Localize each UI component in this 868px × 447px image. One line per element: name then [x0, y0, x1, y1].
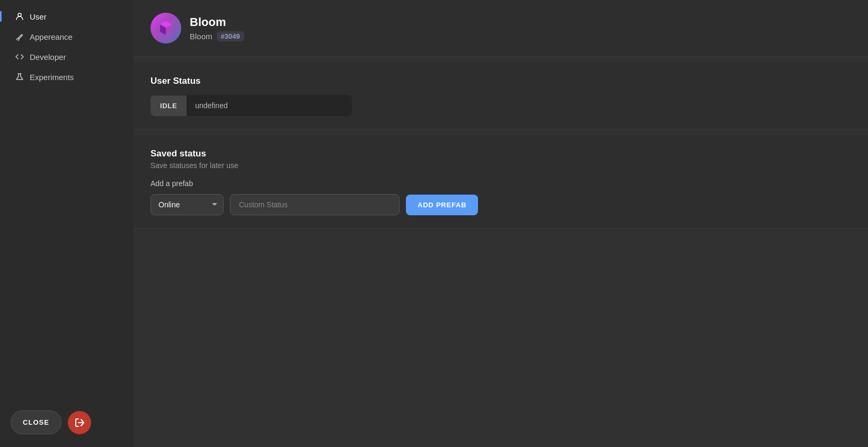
add-prefab-label: Add a prefab	[150, 179, 851, 188]
sidebar: User Appereance Developer Experiments	[0, 0, 134, 447]
close-button[interactable]: CLOSE	[11, 410, 61, 434]
status-value-text: undefined	[187, 95, 352, 116]
sidebar-item-developer[interactable]: Developer	[4, 47, 129, 67]
svg-point-0	[18, 13, 21, 16]
sidebar-item-experiments-label: Experiments	[30, 73, 74, 82]
code-icon	[15, 52, 24, 62]
status-idle-badge: IDLE	[150, 95, 187, 116]
status-row: IDLE undefined	[150, 95, 352, 116]
sidebar-bottom: CLOSE	[0, 410, 134, 434]
user-status-section: User Status IDLE undefined	[134, 63, 868, 129]
saved-status-subtitle: Save statuses for later use	[150, 161, 851, 170]
user-icon	[15, 12, 24, 21]
main-content: Bloom Bloom #3049 User Status IDLE undef…	[134, 0, 868, 447]
sidebar-item-appearance-label: Appereance	[30, 32, 73, 41]
user-status-title: User Status	[150, 76, 851, 86]
flask-icon	[15, 72, 24, 82]
status-select[interactable]: Online Idle Do Not Disturb Invisible	[150, 194, 224, 215]
profile-tag-row: Bloom #3049	[190, 31, 244, 41]
avatar	[150, 13, 181, 43]
brush-icon	[15, 32, 24, 41]
sidebar-item-developer-label: Developer	[30, 52, 66, 62]
profile-info: Bloom Bloom #3049	[190, 15, 244, 41]
profile-username: Bloom	[190, 32, 212, 41]
saved-status-section: Saved status Save statuses for later use…	[134, 136, 868, 229]
sidebar-item-experiments[interactable]: Experiments	[4, 67, 129, 87]
profile-tag: #3049	[217, 31, 244, 41]
custom-status-input[interactable]	[230, 194, 400, 215]
sidebar-item-user-label: User	[30, 12, 47, 21]
add-prefab-button[interactable]: ADD PREFAB	[406, 195, 478, 215]
profile-section: Bloom Bloom #3049	[134, 0, 868, 57]
sidebar-item-appearance[interactable]: Appereance	[4, 27, 129, 47]
logout-button[interactable]	[68, 411, 91, 434]
prefab-row: Online Idle Do Not Disturb Invisible ADD…	[150, 194, 851, 215]
sidebar-item-user[interactable]: User	[4, 6, 129, 27]
profile-name: Bloom	[190, 15, 244, 29]
saved-status-title: Saved status	[150, 148, 851, 159]
